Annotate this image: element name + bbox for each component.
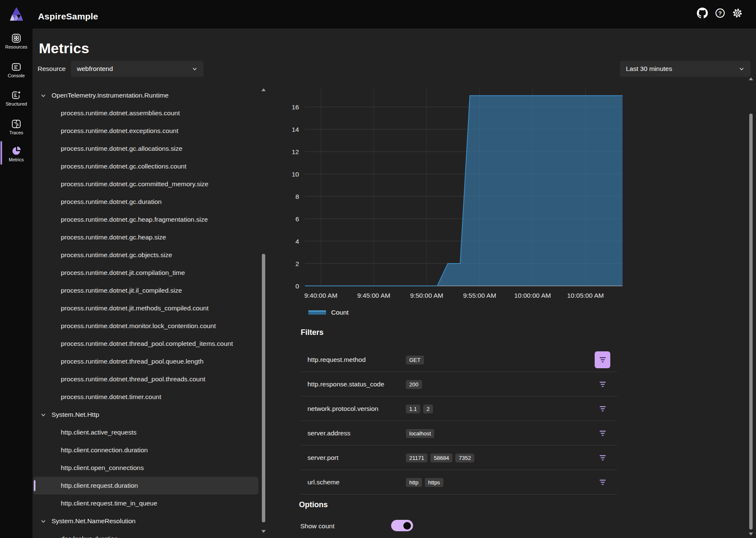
y-tick-label: 6 xyxy=(295,215,299,223)
metric-item-label: dns.lookup.duration xyxy=(61,535,118,538)
metric-tree-item[interactable]: http.client.request.time_in_queue xyxy=(33,495,258,512)
top-bar: AspireSample ? xyxy=(0,0,756,29)
sidebar-item-label: Metrics xyxy=(0,157,33,162)
metric-tree: OpenTelemetry.Instrumentation.Runtimepro… xyxy=(33,74,258,538)
metric-item-label: process.runtime.dotnet.thread_pool.threa… xyxy=(61,375,205,383)
filter-name: url.scheme xyxy=(300,478,406,486)
y-tick-label: 2 xyxy=(295,260,299,267)
metric-tree-item[interactable]: process.runtime.dotnet.thread_pool.queue… xyxy=(33,353,258,370)
metric-group-label: OpenTelemetry.Instrumentation.Runtime xyxy=(52,92,169,99)
filter-value-badge: https xyxy=(425,478,443,487)
x-tick-label: 10:00:00 AM xyxy=(514,292,551,299)
metric-item-label: process.runtime.dotnet.timer.count xyxy=(61,393,161,401)
metric-item-label: process.runtime.dotnet.exceptions.count xyxy=(61,127,178,135)
metric-tree-item[interactable]: process.runtime.dotnet.timer.count xyxy=(33,388,258,406)
filter-values: 21171586847352 xyxy=(406,454,474,462)
metric-tree-item[interactable]: process.runtime.dotnet.gc.collections.co… xyxy=(33,158,258,175)
metric-tree-item[interactable]: process.runtime.dotnet.assemblies.count xyxy=(33,104,258,122)
filter-icon xyxy=(599,455,606,461)
metric-tree-item[interactable]: process.runtime.dotnet.jit.compilation_t… xyxy=(33,264,258,282)
area-series-count xyxy=(305,96,623,286)
sidebar-nav: Resources Console Structured Traces xyxy=(0,29,33,538)
scroll-up-arrow[interactable] xyxy=(749,77,753,80)
x-tick-label: 9:55:00 AM xyxy=(463,292,496,299)
metric-count-chart: 02468101214169:40:00 AM9:45:00 AM9:50:00… xyxy=(269,74,636,304)
metric-tree-item[interactable]: process.runtime.dotnet.thread_pool.threa… xyxy=(33,370,258,388)
filter-button[interactable] xyxy=(595,449,610,466)
filter-name: http.request.method xyxy=(300,356,406,364)
filter-button[interactable] xyxy=(595,425,610,442)
metric-tree-item[interactable]: process.runtime.dotnet.gc.heap.fragmenta… xyxy=(33,211,258,228)
metric-tree-item[interactable]: process.runtime.dotnet.gc.allocations.si… xyxy=(33,140,258,158)
page-scrollbar[interactable] xyxy=(748,74,754,538)
scroll-down-arrow[interactable] xyxy=(261,530,266,533)
sidebar-item-metrics[interactable]: Metrics xyxy=(0,144,33,170)
metric-tree-item[interactable]: process.runtime.dotnet.jit.methods_compi… xyxy=(33,299,258,317)
filter-value-badge: 7352 xyxy=(455,454,474,462)
filter-row-http.request.method: http.request.methodGET xyxy=(300,348,617,372)
filter-values: localhost xyxy=(406,429,434,438)
sidebar-item-label: Traces xyxy=(0,130,33,135)
sidebar-item-traces[interactable]: Traces xyxy=(0,117,33,143)
structured-logs-icon xyxy=(11,90,22,101)
y-tick-label: 10 xyxy=(292,171,299,178)
filter-icon xyxy=(599,430,606,436)
resource-label: Resource xyxy=(38,65,65,73)
filter-icon xyxy=(599,479,606,485)
filter-button[interactable] xyxy=(595,400,610,417)
filter-value-badge: 21171 xyxy=(406,454,427,462)
metrics-pie-icon xyxy=(11,145,22,156)
help-icon[interactable]: ? xyxy=(715,8,726,19)
filter-values: GET xyxy=(406,356,424,364)
metric-item-label: process.runtime.dotnet.gc.duration xyxy=(61,198,162,206)
metric-tree-item[interactable]: process.runtime.dotnet.gc.heap.size xyxy=(33,228,258,246)
metric-tree-item[interactable]: http.client.request.duration xyxy=(33,477,258,495)
metric-tree-item[interactable]: http.client.active_requests xyxy=(33,424,258,441)
filter-icon xyxy=(599,406,606,412)
github-icon[interactable] xyxy=(697,8,708,19)
metric-tree-item[interactable]: http.client.open_connections xyxy=(33,459,258,477)
filter-button[interactable] xyxy=(595,474,610,491)
x-tick-label: 9:50:00 AM xyxy=(410,292,443,299)
aspire-logo-icon xyxy=(8,7,24,21)
selected-indicator xyxy=(34,480,35,491)
settings-gear-icon[interactable] xyxy=(732,8,743,19)
metric-item-label: process.runtime.dotnet.gc.heap.size xyxy=(61,234,166,241)
chart-legend: Count xyxy=(308,309,348,316)
time-range-value: Last 30 minutes xyxy=(626,65,672,73)
show-count-toggle[interactable] xyxy=(391,520,413,531)
sidebar-item-structured[interactable]: Structured xyxy=(0,88,33,114)
metric-item-label: process.runtime.dotnet.jit.il_compiled.s… xyxy=(61,287,182,294)
tree-scrollbar[interactable] xyxy=(260,86,267,538)
scroll-down-arrow[interactable] xyxy=(749,533,753,535)
metric-group-item[interactable]: OpenTelemetry.Instrumentation.Runtime xyxy=(33,87,258,104)
metric-tree-item[interactable]: http.client.connection.duration xyxy=(33,441,258,459)
chevron-down-icon xyxy=(41,93,46,98)
sidebar-item-console[interactable]: Console xyxy=(0,60,33,86)
metric-tree-item[interactable]: process.runtime.dotnet.gc.committed_memo… xyxy=(33,175,258,193)
filter-button[interactable] xyxy=(595,376,610,393)
metric-tree-item[interactable]: process.runtime.dotnet.thread_pool.compl… xyxy=(33,335,258,353)
metric-tree-item[interactable]: process.runtime.dotnet.gc.objects.size xyxy=(33,246,258,264)
row-divider xyxy=(300,494,617,495)
y-tick-label: 8 xyxy=(295,193,299,200)
metric-group-label: System.Net.Http xyxy=(52,411,99,418)
page-scrollbar-thumb[interactable] xyxy=(749,114,753,530)
metric-tree-item[interactable]: dns.lookup.duration xyxy=(33,530,258,538)
sidebar-item-label: Console xyxy=(0,73,33,78)
scroll-up-arrow[interactable] xyxy=(261,88,266,91)
filter-icon xyxy=(599,381,606,387)
tree-scrollbar-thumb[interactable] xyxy=(262,254,265,522)
sidebar-item-resources[interactable]: Resources xyxy=(0,31,33,57)
metric-group-item[interactable]: System.Net.Http xyxy=(33,406,258,424)
filter-button[interactable] xyxy=(595,351,610,368)
metric-tree-item[interactable]: process.runtime.dotnet.monitor.lock_cont… xyxy=(33,317,258,335)
chevron-down-icon xyxy=(739,66,745,72)
chevron-down-icon xyxy=(192,66,198,72)
metric-item-label: http.client.request.duration xyxy=(61,482,138,489)
metric-tree-item[interactable]: process.runtime.dotnet.jit.il_compiled.s… xyxy=(33,282,258,299)
y-tick-label: 12 xyxy=(292,148,299,155)
metric-tree-item[interactable]: process.runtime.dotnet.exceptions.count xyxy=(33,122,258,140)
metric-tree-item[interactable]: process.runtime.dotnet.gc.duration xyxy=(33,193,258,211)
metric-group-item[interactable]: System.Net.NameResolution xyxy=(33,512,258,530)
